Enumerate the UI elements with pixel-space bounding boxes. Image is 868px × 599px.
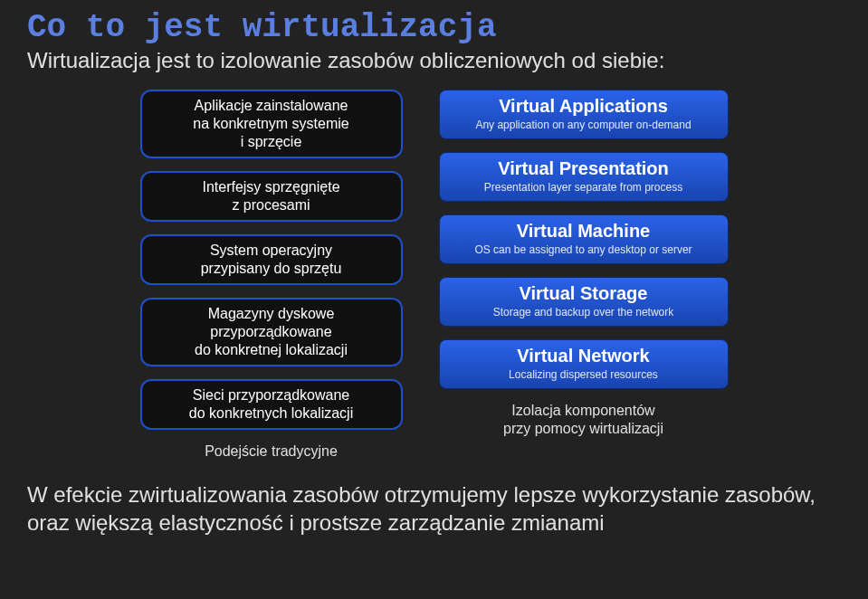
right-box-title: Virtual Machine — [449, 221, 719, 242]
right-box-title: Virtual Storage — [449, 283, 719, 304]
right-box-virtual-applications: Virtual Applications Any application on … — [439, 90, 729, 139]
right-box-sub: Presentation layer separate from process — [449, 181, 719, 194]
right-box-sub: Localizing dispersed resources — [449, 368, 719, 381]
slide-conclusion: W efekcie zwirtualizowania zasobów otrzy… — [27, 480, 841, 537]
right-column: Virtual Applications Any application on … — [439, 90, 729, 438]
right-caption: Izolacja komponentówprzy pomocy wirtuali… — [503, 402, 663, 438]
slide-title: Co to jest wirtualizacja — [27, 9, 841, 46]
slide-subtitle: Wirtualizacja jest to izolowanie zasobów… — [27, 48, 841, 73]
left-box-network: Sieci przyporządkowanedo konkretnych lok… — [140, 379, 403, 430]
left-box-applications: Aplikacje zainstalowanena konkretnym sys… — [140, 90, 403, 158]
left-box-interfaces: Interfejsy sprzęgniętez procesami — [140, 171, 403, 222]
slide: Co to jest wirtualizacja Wirtualizacja j… — [0, 0, 868, 555]
right-box-title: Virtual Network — [449, 346, 719, 366]
left-column: Aplikacje zainstalowanena konkretnym sys… — [140, 90, 403, 461]
right-box-virtual-presentation: Virtual Presentation Presentation layer … — [439, 152, 729, 202]
right-box-title: Virtual Applications — [449, 96, 719, 117]
right-box-virtual-storage: Virtual Storage Storage and backup over … — [439, 277, 729, 327]
two-column-layout: Aplikacje zainstalowanena konkretnym sys… — [27, 90, 841, 461]
right-box-virtual-network: Virtual Network Localizing dispersed res… — [439, 339, 729, 389]
left-box-os: System operacyjnyprzypisany do sprzętu — [140, 234, 403, 285]
right-box-sub: Storage and backup over the network — [449, 306, 719, 319]
right-box-sub: OS can be assigned to any desktop or ser… — [449, 243, 719, 256]
left-caption: Podejście tradycyjne — [205, 442, 338, 461]
left-box-storage: Magazyny dyskoweprzyporządkowanedo konkr… — [140, 298, 403, 366]
right-box-title: Virtual Presentation — [449, 158, 719, 179]
right-box-sub: Any application on any computer on-deman… — [449, 119, 719, 131]
right-box-virtual-machine: Virtual Machine OS can be assigned to an… — [439, 214, 729, 264]
